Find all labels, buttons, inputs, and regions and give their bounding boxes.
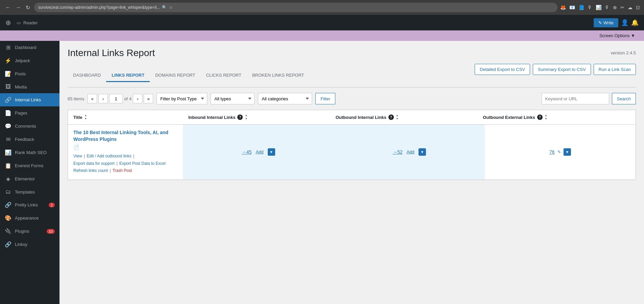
tab-domains-report[interactable]: DOMAINS REPORT: [150, 69, 200, 82]
sidebar-item-everest-forms[interactable]: 📋 Everest Forms: [0, 159, 59, 172]
inbound-count-link[interactable]: →45: [242, 149, 252, 155]
sidebar-item-comments[interactable]: 💬 Comments: [0, 120, 59, 133]
edit-link[interactable]: Edit / Add outbound links: [87, 154, 132, 158]
ext-icon-1[interactable]: 🦊: [560, 5, 566, 10]
inbound-cell: →45 Add ▼: [183, 125, 334, 179]
sort-down-icon[interactable]: ▼: [545, 118, 547, 120]
notification-bell-icon[interactable]: 🔔: [631, 19, 639, 26]
search-button[interactable]: Search: [612, 93, 636, 104]
external-dropdown-icon[interactable]: ▼: [564, 148, 571, 156]
inbound-dropdown-icon[interactable]: ▼: [268, 148, 275, 156]
external-count-link[interactable]: 76: [549, 149, 555, 155]
inbound-sort[interactable]: ▲ ▼: [245, 114, 247, 120]
report-table: Title ▲ ▼ Inbound Internal Links ? ▲ ▼ O…: [68, 110, 636, 180]
items-count: 65 items: [68, 96, 84, 101]
outbound-sort[interactable]: ▲ ▼: [396, 114, 399, 120]
table-header: Title ▲ ▼ Inbound Internal Links ? ▲ ▼ O…: [68, 110, 636, 125]
detailed-export-button[interactable]: Detailed Export to CSV: [475, 64, 530, 75]
first-page-button[interactable]: «: [88, 94, 97, 103]
external-edit-icon[interactable]: ✎: [557, 150, 561, 154]
keyword-input[interactable]: [542, 93, 609, 104]
sidebar-item-templates[interactable]: 🗂 Templates: [0, 185, 59, 198]
ext-icon-8[interactable]: ✂: [620, 5, 624, 10]
type-filter[interactable]: All types Published Draft: [211, 93, 255, 104]
user-avatar-icon[interactable]: 👤: [621, 19, 628, 26]
sidebar-item-posts[interactable]: 📝 Posts: [0, 67, 59, 80]
sidebar-item-linksy[interactable]: 🔗 Linksy: [0, 238, 59, 251]
screen-options-button[interactable]: Screen Options ▼: [596, 32, 639, 40]
ext-icon-10[interactable]: ⊡: [636, 5, 640, 10]
filter-button[interactable]: Filter: [315, 93, 335, 104]
sidebar-item-pages[interactable]: 📄 Pages: [0, 106, 59, 120]
sort-down-icon[interactable]: ▼: [85, 118, 87, 120]
sidebar-item-elementor[interactable]: ◈ Elementor: [0, 172, 59, 185]
category-filter[interactable]: All categories: [258, 93, 312, 104]
forward-button[interactable]: →: [14, 3, 22, 12]
sidebar-item-internal-links[interactable]: 🔗 Internal Links: [0, 93, 59, 106]
sort-down-icon[interactable]: ▼: [396, 118, 399, 120]
trash-link[interactable]: Trash Post: [113, 168, 132, 173]
wp-logo-icon[interactable]: ⊕: [5, 19, 11, 27]
sidebar-item-pretty-links[interactable]: 🔗 Pretty Links 2: [0, 198, 59, 211]
sidebar-item-label: Rank Math SEO: [15, 150, 47, 155]
page-number-input[interactable]: [109, 94, 123, 103]
inbound-help-icon[interactable]: ?: [237, 115, 243, 120]
address-bar[interactable]: survivezeal.com/wp-admin/admin.php?page=…: [34, 3, 557, 12]
browser-nav: ← → ↻: [4, 3, 31, 12]
sidebar-item-feedback[interactable]: ✉ Feedback: [0, 133, 59, 146]
tab-links-report[interactable]: LINKS REPORT: [106, 69, 150, 82]
outbound-dropdown-icon[interactable]: ▼: [419, 148, 426, 156]
post-type-filter[interactable]: Filter by Post Type Posts Pages: [157, 93, 207, 104]
refresh-link[interactable]: Refresh links count: [73, 168, 108, 173]
sort-up-icon[interactable]: ▲: [396, 114, 399, 117]
view-link[interactable]: View: [73, 154, 82, 158]
ext-icon-7[interactable]: ⊕: [613, 5, 617, 10]
sort-up-icon[interactable]: ▲: [245, 114, 247, 117]
sidebar-item-rank-math[interactable]: 📊 Rank Math SEO: [0, 146, 59, 159]
next-page-button[interactable]: ›: [133, 94, 142, 103]
wp-admin-bar: ⊕ ▭ Reader ✎ Write 👤 🔔: [0, 15, 644, 30]
post-actions: View | Edit / Add outbound links | Expor…: [73, 153, 177, 175]
external-help-icon[interactable]: ?: [537, 115, 543, 120]
ext-icon-5[interactable]: 📊: [596, 5, 601, 10]
sort-up-icon[interactable]: ▲: [85, 114, 87, 117]
media-icon: 🖼: [5, 84, 11, 90]
ext-icon-6[interactable]: 🎙: [605, 5, 610, 10]
sidebar-item-media[interactable]: 🖼 Media: [0, 80, 59, 93]
ext-icon-2[interactable]: 📧: [569, 5, 575, 10]
tab-clicks-report[interactable]: CLICKS REPORT: [200, 69, 247, 82]
title-sort[interactable]: ▲ ▼: [85, 114, 87, 120]
last-page-button[interactable]: »: [144, 94, 153, 103]
summary-export-button[interactable]: Summary Export to CSV: [533, 64, 591, 75]
outbound-cell: →52 Add ▼: [334, 125, 484, 179]
reload-button[interactable]: ↻: [24, 3, 31, 12]
tab-dashboard[interactable]: DASHBOARD: [68, 69, 106, 82]
sidebar-item-jetpack[interactable]: ⚡ Jetpack: [0, 54, 59, 67]
sidebar-item-appearance[interactable]: 🎨 Appearance: [0, 211, 59, 225]
sort-down-icon[interactable]: ▼: [245, 118, 247, 120]
sort-up-icon[interactable]: ▲: [545, 114, 547, 117]
add-outbound-link[interactable]: Add: [407, 149, 414, 154]
screen-options-bar: Screen Options ▼: [0, 30, 644, 41]
write-button[interactable]: ✎ Write: [594, 18, 618, 27]
ext-icon-4[interactable]: 🎙: [588, 5, 592, 10]
outbound-count-link[interactable]: →52: [392, 149, 403, 155]
post-title-link[interactable]: The 10 Best Internal Linking Tools, AI, …: [73, 129, 177, 143]
sidebar-item-dashboard[interactable]: ⊞ Dashboard: [0, 41, 59, 54]
tab-broken-links[interactable]: BROKEN LINKS REPORT: [247, 69, 310, 82]
sidebar-item-label: Everest Forms: [15, 163, 44, 168]
export-excel-link[interactable]: Export Post Data to Excel: [119, 161, 166, 166]
prev-page-button[interactable]: ‹: [98, 94, 108, 103]
sidebar-item-plugins[interactable]: 🔌 Plugins 10: [0, 225, 59, 238]
ext-icon-9[interactable]: ☁: [628, 5, 633, 10]
pages-icon: 📄: [5, 110, 11, 116]
back-button[interactable]: ←: [4, 3, 12, 12]
export-support-link[interactable]: Export data for support: [73, 161, 115, 166]
ext-icon-3[interactable]: 📘: [578, 5, 584, 10]
external-sort[interactable]: ▲ ▼: [545, 114, 547, 120]
page-header: Internal Links Report version 2.4.5: [68, 48, 636, 58]
add-inbound-link[interactable]: Add: [256, 149, 263, 154]
outbound-help-icon[interactable]: ?: [388, 115, 394, 120]
page-version: version 2.4.5: [611, 50, 636, 55]
run-scan-button[interactable]: Run a Link Scan: [594, 64, 636, 75]
